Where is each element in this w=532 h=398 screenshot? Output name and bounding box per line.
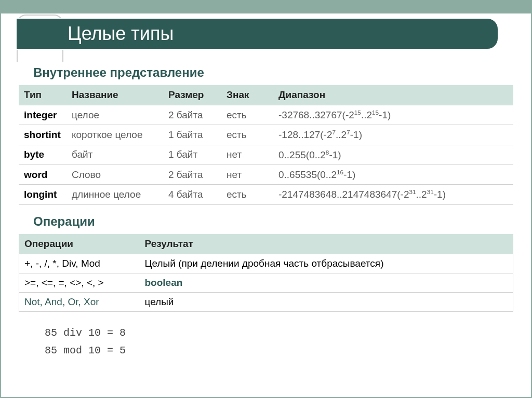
th-operations: Операции (19, 234, 140, 254)
table-header-row: Операции Результат (19, 234, 513, 254)
table-row: Not, And, Or, Xorцелый (19, 292, 513, 311)
th-size: Размер (163, 85, 221, 105)
cell-sign: есть (221, 105, 273, 125)
th-range: Диапазон (273, 85, 513, 105)
cell-size: 1 байт (163, 145, 221, 164)
cell-op: >=, <=, =, <>, <, > (19, 273, 140, 292)
cell-op: Not, And, Or, Xor (19, 292, 140, 311)
cell-size: 2 байта (163, 105, 221, 125)
th-type: Тип (19, 85, 66, 105)
top-accent-bar (0, 0, 532, 13)
cell-sign: нет (221, 164, 273, 184)
table-header-row: Тип Название Размер Знак Диапазон (19, 85, 513, 105)
cell-range: -128..127(-27..27-1) (273, 125, 513, 145)
cell-op: +, -, /, *, Div, Mod (19, 254, 140, 273)
cell-type: shortint (19, 125, 66, 145)
cell-name: байт (66, 145, 163, 164)
cell-name: короткое целое (66, 125, 163, 145)
cell-type: integer (19, 105, 66, 125)
cell-result: целый (140, 292, 513, 311)
cell-sign: есть (221, 185, 273, 204)
cell-sign: нет (221, 145, 273, 164)
cell-type: word (19, 164, 66, 184)
content-area: Внутреннее представление Тип Название Ра… (0, 50, 532, 360)
operations-table: Операции Результат +, -, /, *, Div, ModЦ… (19, 234, 513, 312)
cell-name: целое (66, 105, 163, 125)
cell-name: длинное целое (66, 185, 163, 204)
table-row: integerцелое2 байтаесть-32768..32767(-21… (19, 105, 513, 125)
table-row: longintдлинное целое4 байтаесть-21474836… (19, 185, 513, 204)
cell-range: -32768..32767(-215..215-1) (273, 105, 513, 125)
example-line: 85 mod 10 = 5 (45, 342, 513, 360)
cell-name: Слово (66, 164, 163, 184)
cell-result: boolean (140, 273, 513, 292)
cell-size: 2 байта (163, 164, 221, 184)
table-row: +, -, /, *, Div, ModЦелый (при делении д… (19, 254, 513, 273)
cell-size: 1 байта (163, 125, 221, 145)
th-sign: Знак (221, 85, 273, 105)
table-row: shortintкороткое целое1 байтаесть-128..1… (19, 125, 513, 145)
cell-range: -2147483648..2147483647(-231..231-1) (273, 185, 513, 204)
example-block: 85 div 10 = 8 85 mod 10 = 5 (45, 324, 513, 360)
table-row: byteбайт1 байтнет0..255(0..28-1) (19, 145, 513, 164)
table-row: wordСлово2 байтанет0..65535(0..216-1) (19, 164, 513, 184)
th-result: Результат (140, 234, 513, 254)
section-title-operations: Операции (33, 214, 513, 229)
cell-type: longint (19, 185, 66, 204)
cell-sign: есть (221, 125, 273, 145)
cell-range: 0..65535(0..216-1) (273, 164, 513, 184)
cell-range: 0..255(0..28-1) (273, 145, 513, 164)
section-title-representation: Внутреннее представление (33, 65, 513, 80)
table-row: >=, <=, =, <>, <, >boolean (19, 273, 513, 292)
th-name: Название (66, 85, 163, 105)
cell-size: 4 байта (163, 185, 221, 204)
page-title: Целые типы (17, 23, 174, 45)
cell-result: Целый (при делении дробная часть отбрасы… (140, 254, 513, 273)
cell-type: byte (19, 145, 66, 164)
title-block: Целые типы (16, 18, 499, 50)
example-line: 85 div 10 = 8 (45, 324, 513, 342)
types-table: Тип Название Размер Знак Диапазон intege… (19, 85, 513, 205)
